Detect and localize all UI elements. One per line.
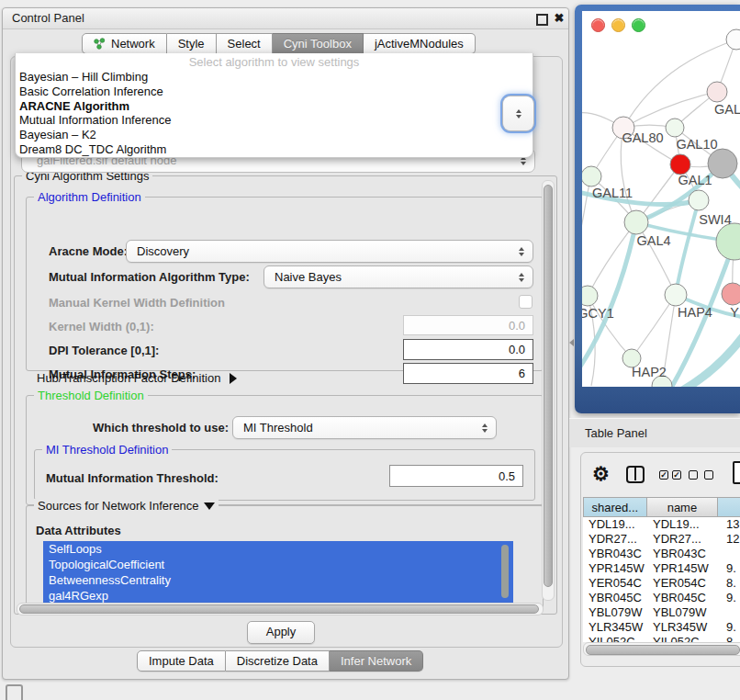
tab-jactivemnodules[interactable]: jActiveMNodules — [364, 33, 476, 54]
dpi-tolerance-input[interactable]: 0.0 — [403, 339, 533, 360]
table-row[interactable]: YER054CYER054C8. — [583, 576, 740, 591]
apply-button[interactable]: Apply — [247, 621, 315, 644]
network-edge-highlighted[interactable] — [676, 200, 699, 295]
table-panel-header: Table Panel — [569, 418, 740, 447]
algorithm-option[interactable]: Dream8 DC_TDC Algorithm — [16, 142, 533, 157]
table-cell — [723, 547, 740, 561]
sources-group-title[interactable]: Sources for Network Inference — [34, 499, 219, 513]
mi-steps-input[interactable]: 6 — [403, 363, 533, 384]
network-node-label-GAL4: GAL4 — [636, 233, 670, 248]
network-node-GAL10[interactable] — [666, 119, 684, 137]
tab-impute-data[interactable]: Impute Data — [137, 650, 226, 672]
manual-kernel-width-checkbox[interactable] — [519, 295, 533, 309]
checked-box-icon: ✓ — [672, 470, 681, 480]
network-graph[interactable]: GALGAL80GAL10GAL1GAL11SWI4GAL4GCY1HAP4YH… — [582, 11, 740, 387]
new-table-icon[interactable] — [733, 461, 740, 484]
network-node-GAL4[interactable] — [624, 210, 648, 234]
table-row[interactable]: YBR043CYBR043C — [583, 547, 740, 561]
window-close-traffic-light[interactable] — [591, 18, 605, 32]
dpi-tolerance-label: DPI Tolerance [0,1]: — [49, 343, 159, 359]
close-icon[interactable]: ✖ — [552, 10, 566, 27]
collapsed-arrow-icon — [230, 373, 237, 384]
table-cell: YLR345W — [583, 620, 649, 635]
table-row[interactable]: YLR345WYLR345W9. — [583, 620, 740, 635]
inference-algorithm-combobox-focus[interactable] — [503, 96, 533, 130]
settings-hscrollbar-thumb[interactable] — [19, 604, 539, 614]
tab-network[interactable]: Network — [82, 33, 167, 54]
aracne-mode-combobox[interactable]: Discovery — [126, 240, 533, 263]
data-attribute-item[interactable]: TopologicalCoefficient — [43, 557, 513, 572]
mutual-information-threshold-input[interactable]: 0.5 — [389, 465, 523, 487]
tab-select[interactable]: Select — [217, 33, 273, 54]
network-node-salmon-node[interactable] — [722, 283, 740, 305]
table-body[interactable]: YDL19...YDL19...13YDR27...YDR27...12YBR0… — [583, 517, 740, 642]
table-cell: YDR27... — [649, 532, 723, 547]
table-row[interactable]: YBR045CYBR045C9. — [583, 591, 740, 605]
hub-transcription-section-toggle[interactable]: Hub/Transcription Factor Definition — [37, 371, 237, 385]
table-row[interactable]: YBL079WYBL079W — [583, 605, 740, 620]
algorithm-option[interactable]: ARACNE Algorithm — [16, 99, 533, 114]
algorithm-dropdown-list: Select algorithm to view settings Bayesi… — [15, 53, 533, 158]
mi-algorithm-type-combobox[interactable]: Naive Bayes — [263, 265, 533, 288]
manual-kernel-width-label: Manual Kernel Width Definition — [49, 295, 225, 311]
algorithm-option[interactable]: Bayesian – Hill Climbing — [16, 70, 533, 85]
column-header-partial[interactable] — [718, 497, 740, 517]
network-node-gray-node[interactable] — [708, 149, 737, 178]
attributes-list-scrollbar-thumb[interactable] — [501, 545, 509, 598]
network-node-GCY1[interactable] — [582, 286, 598, 306]
table-row[interactable]: YPR145WYPR145W9. — [583, 561, 740, 576]
tab-network-label: Network — [111, 37, 155, 51]
which-threshold-combobox[interactable]: MI Threshold — [232, 416, 497, 439]
network-node-HAP4[interactable] — [665, 284, 687, 306]
tab-infer-network[interactable]: Infer Network — [330, 650, 423, 672]
table-hscrollbar-track[interactable] — [583, 642, 740, 656]
tab-discretize-data[interactable]: Discretize Data — [226, 650, 330, 672]
window-minimize-traffic-light[interactable] — [611, 18, 625, 32]
mutual-information-threshold-label: Mutual Information Threshold: — [46, 470, 219, 487]
table-hscrollbar-thumb[interactable] — [586, 645, 740, 655]
network-node-label-GCY1: GCY1 — [582, 306, 614, 321]
collapsed-panel-icon[interactable] — [6, 684, 23, 700]
settings-hscrollbar-track[interactable] — [17, 603, 544, 615]
data-attribute-item[interactable]: SelfLoops — [43, 541, 513, 557]
data-attribute-item[interactable]: BetweennessCentrality — [43, 572, 513, 588]
split-columns-icon[interactable] — [626, 466, 645, 483]
network-node-label-HAP2: HAP2 — [632, 365, 667, 379]
tab-style[interactable]: Style — [167, 33, 217, 54]
algorithm-option[interactable]: Bayesian – K2 — [16, 128, 533, 142]
settings-vscrollbar-thumb[interactable] — [544, 185, 553, 587]
tab-cyni-toolbox[interactable]: Cyni Toolbox — [273, 33, 364, 54]
select-all-columns-icon[interactable]: ✓ ✓ — [659, 470, 681, 480]
table-cell: 8. — [723, 576, 740, 591]
network-node-GAL-partial[interactable] — [707, 82, 727, 102]
data-attributes-list[interactable]: SelfLoopsTopologicalCoefficientBetweenne… — [43, 541, 513, 604]
table-cell: YER054C — [583, 576, 649, 591]
network-canvas[interactable]: GALGAL80GAL10GAL1GAL11SWI4GAL4GCY1HAP4YH… — [582, 11, 740, 387]
network-node-label-salmon-node: Y — [730, 305, 739, 320]
column-header-name[interactable]: name — [647, 497, 718, 517]
splitpane-collapse-handle[interactable] — [569, 339, 574, 346]
settings-vscrollbar-track[interactable] — [542, 180, 555, 601]
gear-icon[interactable]: ⚙ — [592, 464, 610, 483]
kernel-width-input[interactable]: 0.0 — [403, 315, 533, 335]
deselect-all-columns-icon[interactable] — [689, 470, 713, 480]
table-cell: YIL052C — [649, 635, 723, 642]
network-node-label-GAL-partial: GAL — [714, 102, 740, 117]
network-edge[interactable] — [632, 295, 676, 358]
network-node-big-green[interactable] — [716, 223, 740, 260]
network-node-GAL1[interactable] — [670, 154, 690, 175]
column-header-shared-name[interactable]: shared... — [583, 497, 647, 517]
algorithm-option[interactable]: Basic Correlation Inference — [16, 85, 533, 99]
table-row[interactable]: YDR27...YDR27...12 — [583, 532, 740, 547]
window-zoom-traffic-light[interactable] — [632, 18, 645, 32]
network-node-GAL11[interactable] — [582, 166, 601, 186]
network-node-SWI4[interactable] — [689, 190, 709, 210]
algorithm-option[interactable]: Mutual Information Inference — [16, 113, 533, 128]
algorithm-dropdown-items: Bayesian – Hill ClimbingBasic Correlatio… — [16, 70, 533, 157]
network-node-node-top[interactable] — [726, 29, 740, 50]
table-row[interactable]: YIL052CYIL052C8. — [583, 635, 740, 642]
table-header-row: shared... name — [583, 497, 740, 517]
data-attribute-item[interactable]: gal4RGexp — [43, 588, 513, 604]
float-window-icon[interactable] — [536, 14, 548, 26]
table-row[interactable]: YDL19...YDL19...13 — [583, 517, 740, 532]
